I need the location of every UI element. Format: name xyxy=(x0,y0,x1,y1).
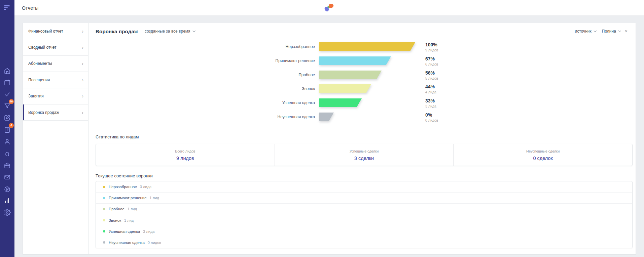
chevron-right-icon: › xyxy=(82,45,83,50)
chevron-right-icon: › xyxy=(82,61,83,66)
stats-card: Всего лидов 9 лидов Успешные сделки 3 сд… xyxy=(96,144,633,166)
stage-color-dot xyxy=(103,208,105,210)
sidebar-item-inventory[interactable] xyxy=(0,161,14,170)
home-icon xyxy=(4,68,11,75)
report-title-row: Воронка продаж созданные за все время ис… xyxy=(96,27,628,35)
main-sidebar: 46 4 xyxy=(0,0,14,257)
funnel-stage-label: Неразобранное xyxy=(88,42,315,51)
chevron-right-icon: › xyxy=(82,78,83,82)
funnel-stage-label: Пробное xyxy=(88,71,315,79)
state-row: Звонок 1 лид xyxy=(96,215,632,226)
funnel-stage-value: 56%5 лидов xyxy=(425,70,438,81)
calendar-icon xyxy=(4,79,11,86)
funnel-bar xyxy=(319,84,371,93)
app-logo-icon xyxy=(324,4,334,12)
funnel-stage-label: Неуспешная сделка xyxy=(88,113,315,121)
person-icon xyxy=(4,138,11,145)
state-row: Неразобранное 3 лида xyxy=(96,181,632,192)
reports-menu: Финансовый отчет› Сводный отчет› Абонеме… xyxy=(23,23,88,255)
sidebar-item-leads[interactable]: 46 xyxy=(0,101,14,110)
edit-note-icon xyxy=(4,114,11,121)
menu-item-sales-funnel[interactable]: Воронка продаж› xyxy=(23,104,88,121)
funnel-bar xyxy=(319,113,334,121)
chevron-right-icon: › xyxy=(82,94,83,98)
stage-color-dot xyxy=(103,230,105,232)
funnel-bar xyxy=(319,98,362,107)
state-heading: Текущее состояние воронки xyxy=(96,173,153,178)
sidebar-toggle-icon[interactable] xyxy=(4,5,11,11)
report-title: Воронка продаж xyxy=(96,29,138,34)
sidebar-item-finance[interactable] xyxy=(0,185,14,194)
report-panel: Воронка продаж созданные за все время ис… xyxy=(88,23,636,255)
manager-filter-dropdown[interactable]: Полина xyxy=(602,29,620,34)
state-row: Успешная сделка 3 лида xyxy=(96,226,632,237)
sidebar-item-reports[interactable] xyxy=(0,196,14,205)
bar-chart-icon xyxy=(4,197,11,204)
stage-color-dot xyxy=(103,241,105,244)
stage-color-dot xyxy=(103,197,105,199)
state-row: Принимают решение 1 лид xyxy=(96,192,632,204)
period-filter-dropdown[interactable]: созданные за все время xyxy=(145,29,195,34)
stage-color-dot xyxy=(103,219,105,221)
stat-successful-deals: Успешные сделки 3 сделки xyxy=(275,144,454,166)
stat-total-leads: Всего лидов 9 лидов xyxy=(96,144,275,166)
chevron-right-icon: › xyxy=(82,29,83,34)
funnel-stage-label: Принимают решение xyxy=(88,56,315,65)
menu-item-visits[interactable]: Посещения› xyxy=(23,72,88,88)
menu-item-classes[interactable]: Занятия› xyxy=(23,88,88,104)
profile-omega-icon xyxy=(4,150,11,157)
funnel-bar xyxy=(319,71,382,79)
source-filter-dropdown[interactable]: источник xyxy=(575,29,596,34)
stage-color-dot xyxy=(103,186,105,188)
crm-reports-page: 46 4 Отчеты xyxy=(0,0,644,257)
sidebar-item-calendar[interactable] xyxy=(0,78,14,87)
top-header: Отчеты xyxy=(14,0,644,16)
ruble-circle-icon xyxy=(4,186,11,193)
funnel-bar xyxy=(319,56,391,65)
sidebar-item-home[interactable] xyxy=(0,67,14,75)
sidebar-item-mail[interactable] xyxy=(0,173,14,181)
journal-badge: 4 xyxy=(9,123,14,128)
sidebar-item-edit[interactable] xyxy=(0,113,14,122)
funnel-stage-value: 100%9 лидов xyxy=(425,42,438,52)
funnel-stage-value: 67%6 лидов xyxy=(425,56,438,67)
menu-item-financial-report[interactable]: Финансовый отчет› xyxy=(23,23,88,39)
funnel-stage-value: 33%3 лида xyxy=(425,98,436,109)
stats-heading: Статистика по лидам xyxy=(96,134,139,139)
chevron-right-icon: › xyxy=(82,110,83,115)
state-row: Пробное 1 лид xyxy=(96,204,632,215)
funnel-stage-label: Успешная сделка xyxy=(88,98,315,107)
mail-icon xyxy=(4,174,11,181)
briefcase-icon xyxy=(4,162,11,169)
funnel-stage-value: 0%0 лидов xyxy=(425,112,438,123)
funnel-state-card: Неразобранное 3 лида Принимают решение 1… xyxy=(96,181,633,248)
sidebar-item-clients[interactable] xyxy=(0,137,14,146)
chevron-down-icon xyxy=(618,29,621,32)
sidebar-item-settings[interactable] xyxy=(0,208,14,217)
menu-item-memberships[interactable]: Абонементы› xyxy=(23,56,88,72)
check-icon xyxy=(4,91,11,98)
clear-filter-icon[interactable]: × xyxy=(625,29,628,34)
chevron-down-icon xyxy=(192,29,195,32)
funnel-stage-label: Звонок xyxy=(88,84,315,93)
leads-badge: 46 xyxy=(9,99,14,104)
funnel-stage-value: 44%4 лида xyxy=(425,84,436,94)
stat-unsuccessful-deals: Неуспешные сделки 0 сделок xyxy=(453,144,632,166)
page-title: Отчеты xyxy=(22,5,39,11)
chevron-down-icon xyxy=(594,29,596,32)
gear-icon xyxy=(4,209,11,216)
menu-item-summary-report[interactable]: Сводный отчет› xyxy=(23,39,88,55)
sidebar-item-journal[interactable]: 4 xyxy=(0,125,14,134)
state-row: Неуспешная сделка 0 лидов xyxy=(96,237,632,248)
sidebar-item-staff[interactable] xyxy=(0,149,14,158)
sidebar-item-tasks[interactable] xyxy=(0,90,14,98)
funnel-bar xyxy=(319,42,415,51)
